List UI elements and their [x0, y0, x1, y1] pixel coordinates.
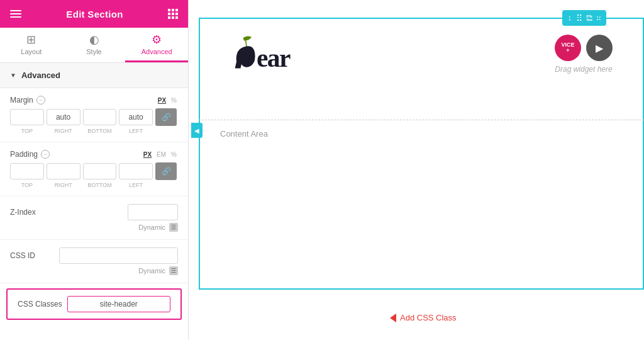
margin-group: Margin − PX % 🔗 TOP RIGHT BOTTOM LEFT: [0, 88, 188, 142]
margin-unit-px[interactable]: PX: [157, 96, 167, 105]
padding-unit-tabs: PX EM %: [142, 150, 178, 159]
toolbar-copy-icon[interactable]: ⧉: [586, 13, 592, 23]
zindex-group: Z-Index Dynamic ☰: [0, 196, 188, 240]
css-classes-input[interactable]: [67, 296, 170, 312]
margin-top-input[interactable]: [10, 109, 44, 125]
svg-text:ear: ear: [257, 43, 291, 72]
margin-minus-icon[interactable]: −: [36, 96, 45, 105]
tab-style[interactable]: ◐ Style: [63, 28, 126, 62]
hamburger-menu-icon[interactable]: [10, 10, 21, 18]
margin-label: Margin −: [10, 96, 45, 105]
tab-style-label: Style: [86, 48, 101, 55]
widget-icons-row: VICE+ ▶: [555, 35, 613, 61]
add-css-arrow-icon: [390, 314, 396, 322]
panel-tabs: ⊞ Layout ◐ Style ⚙ Advanced: [0, 28, 188, 63]
toolbar-plus-icon[interactable]: +: [567, 13, 572, 23]
toolbar-close-icon[interactable]: ×: [596, 13, 601, 23]
panel-header: Edit Section: [0, 0, 188, 28]
zindex-input[interactable]: [128, 204, 178, 220]
advanced-tab-icon: ⚙: [152, 34, 162, 45]
dashed-divider: [199, 120, 644, 120]
css-classes-label: CSS Classes: [18, 300, 62, 309]
layout-tab-icon: ⊞: [26, 34, 36, 45]
padding-unit-em[interactable]: EM: [155, 150, 167, 159]
padding-bottom-input[interactable]: [83, 163, 117, 179]
logo-area: ear: [214, 31, 314, 82]
padding-unit-px[interactable]: PX: [142, 150, 153, 159]
tab-advanced-label: Advanced: [142, 48, 172, 55]
css-id-input[interactable]: [59, 247, 178, 264]
padding-right-input[interactable]: [47, 163, 80, 179]
css-id-label: CSS ID: [10, 251, 54, 260]
toolbar-grid-icon[interactable]: ⠿: [576, 13, 582, 23]
padding-minus-icon[interactable]: −: [41, 150, 50, 159]
canvas-area: + ⠿ ⧉ × ear: [189, 0, 644, 340]
collapse-panel-arrow[interactable]: ◀: [191, 123, 203, 138]
margin-link-button[interactable]: 🔗: [155, 108, 177, 126]
margin-unit-percent[interactable]: %: [170, 96, 178, 105]
add-css-class-annotation: Add CSS Class: [390, 313, 457, 322]
widget-icon-dark: ▶: [586, 35, 613, 61]
padding-inputs: 🔗: [10, 162, 178, 180]
zindex-dynamic-label: Dynamic: [138, 224, 165, 231]
margin-left-input[interactable]: [119, 109, 153, 125]
advanced-section-title: Advanced: [21, 71, 60, 80]
margin-right-input[interactable]: [47, 109, 80, 125]
advanced-section-header[interactable]: ▼ Advanced: [0, 63, 188, 88]
panel-content: ▼ Advanced Margin − PX % 🔗: [0, 63, 188, 340]
padding-label: Padding −: [10, 150, 50, 159]
margin-input-labels: TOP RIGHT BOTTOM LEFT: [10, 128, 178, 134]
padding-input-labels: TOP RIGHT BOTTOM LEFT: [10, 182, 178, 188]
zindex-dynamic-icon[interactable]: ☰: [169, 223, 178, 232]
padding-top-input[interactable]: [10, 163, 44, 179]
add-css-class-text: Add CSS Class: [400, 313, 457, 322]
tab-advanced[interactable]: ⚙ Advanced: [125, 28, 188, 62]
css-id-dynamic-icon[interactable]: ☰: [169, 266, 178, 275]
css-classes-group: CSS Classes: [6, 288, 182, 320]
panel-title: Edit Section: [66, 9, 123, 20]
widget-icon-pink: VICE+: [555, 35, 581, 61]
right-panel: + ⠿ ⧉ × ear: [189, 0, 644, 340]
widgets-area: VICE+ ▶ Drag widget here: [555, 35, 613, 74]
left-panel: Edit Section ⊞ Layout ◐ Style ⚙ Advanced…: [0, 0, 189, 340]
apps-grid-icon[interactable]: [168, 9, 178, 19]
tab-layout-label: Layout: [21, 48, 42, 55]
style-tab-icon: ◐: [89, 34, 99, 45]
tab-layout[interactable]: ⊞ Layout: [0, 28, 63, 62]
margin-unit-tabs: PX %: [157, 96, 178, 105]
padding-left-input[interactable]: [119, 163, 153, 179]
css-id-dynamic-label: Dynamic: [138, 267, 165, 275]
zindex-label: Z-Index: [10, 208, 36, 217]
margin-inputs: 🔗: [10, 108, 178, 126]
logo-svg: ear: [214, 31, 314, 82]
padding-link-button[interactable]: 🔗: [155, 162, 177, 180]
section-toolbar: + ⠿ ⧉ ×: [562, 10, 606, 26]
section-collapse-arrow: ▼: [10, 72, 16, 79]
padding-unit-percent[interactable]: %: [170, 150, 178, 159]
css-id-group: CSS ID Dynamic ☰: [0, 240, 188, 283]
margin-bottom-input[interactable]: [83, 109, 117, 125]
padding-group: Padding − PX EM % 🔗 TOP RIGHT BOTTOM: [0, 142, 188, 196]
drag-widget-text: Drag widget here: [555, 65, 612, 74]
content-area-label: Content Area: [220, 129, 268, 139]
